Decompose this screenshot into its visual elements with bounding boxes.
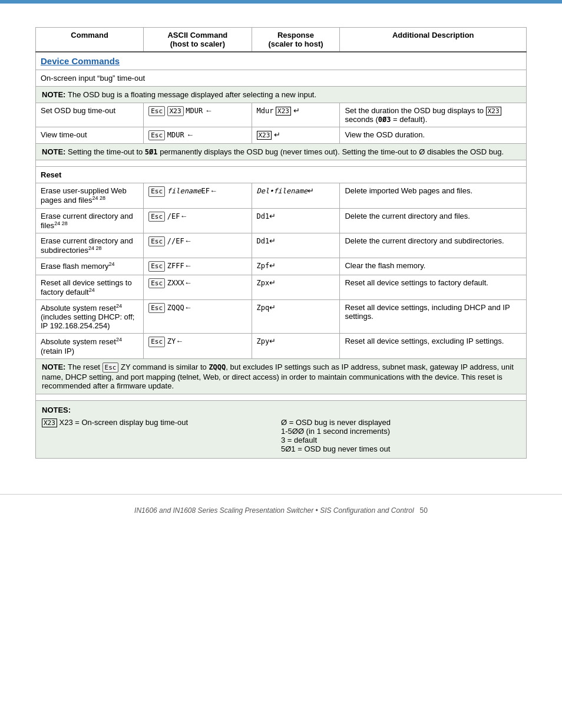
zpq-resp: Zpq xyxy=(257,304,270,312)
return-flash: ↵ xyxy=(269,261,276,270)
note1-row: NOTE: The OSD bug is a floating message … xyxy=(36,87,527,103)
subsection-title-cell: On-screen input “bug” time-out xyxy=(36,70,527,87)
esc-key-4: Esc xyxy=(148,212,165,222)
resp-erase-dir: Dd1↵ xyxy=(252,208,340,233)
section-title-row: Device Commands xyxy=(36,52,527,70)
x23-desc: X23 xyxy=(486,107,501,116)
esc-key-8: Esc xyxy=(148,303,165,313)
return-erase: ↵ xyxy=(308,186,314,195)
desc-erase-dir: Delete the current directory and files. xyxy=(340,208,527,233)
dd1-resp-2: Dd1 xyxy=(257,237,270,245)
subsection-title: On-screen input “bug” time-out xyxy=(41,74,145,83)
header-response: Response (scaler to host) xyxy=(252,28,340,52)
note1-text: The OSD bug is a floating message displa… xyxy=(68,90,316,99)
esc-inline: Esc xyxy=(103,363,119,373)
superscript: 24 28 xyxy=(92,195,105,201)
table-header-row: Command ASCII Command (host to scaler) R… xyxy=(36,28,527,52)
note1-label: NOTE: xyxy=(42,90,68,99)
zxxx-text: ZXXX xyxy=(167,279,184,287)
zpx-resp: Zpx xyxy=(257,279,270,287)
desc-erase-subdir: Delete the current directory and subdire… xyxy=(340,233,527,258)
cmd-abs-reset: Absolute system reset24 (includes settin… xyxy=(36,300,144,334)
table-row: Absolute system reset24 (includes settin… xyxy=(36,300,527,334)
desc-abs-reset: Reset all device settings, including DHC… xyxy=(340,300,527,334)
ascii-abs-reset: Esc ZQQQ← xyxy=(144,300,252,334)
notes-line1: X23 = On-screen display bug time-out xyxy=(59,418,189,427)
cmd-view-timeout: View time-out xyxy=(36,127,144,144)
esc-key-2: Esc xyxy=(148,130,165,140)
note2-cell: NOTE: Setting the time-out to 5Ø1 perman… xyxy=(36,144,527,160)
desc-view-timeout: View the OSD duration. xyxy=(340,127,527,144)
x23-view-resp: X23 xyxy=(257,131,272,140)
notes-section-cell: NOTES: X23 X23 = On-screen display bug t… xyxy=(36,401,527,459)
page-number: 50 xyxy=(420,506,428,515)
arrow-flash: ← xyxy=(184,261,192,270)
resp-abs-reset: Zpq↵ xyxy=(252,300,340,334)
superscript-4: 24 xyxy=(109,261,115,267)
x23-notes: X23 xyxy=(42,419,57,427)
note3-row: NOTE: The reset Esc ZY command is simila… xyxy=(36,358,527,394)
del-filename-resp: Del•filename xyxy=(257,187,308,195)
arrow-erase: ← xyxy=(210,186,217,195)
header-description: Additional Description xyxy=(340,28,527,52)
ef-subdir: //EF xyxy=(167,237,184,245)
notes-title: NOTES: xyxy=(42,406,520,414)
esc-key-6: Esc xyxy=(148,261,165,271)
table-row: Set OSD bug time-out Esc X23 MDUR ← Mdur… xyxy=(36,103,527,127)
cmd-erase-subdir: Erase current directory and subdirectori… xyxy=(36,233,144,258)
esc-key: Esc xyxy=(148,106,165,116)
arrow-abs: ← xyxy=(184,303,192,312)
note3-text: The reset Esc ZY command is similar to Z… xyxy=(42,363,514,390)
ef-text: EF xyxy=(201,187,210,195)
resp-erase-user: Del•filename↵ xyxy=(252,183,340,208)
notes-right-1: Ø = OSD bug is never displayed xyxy=(281,418,520,427)
notes-right-4: 5Ø1 = OSD bug never times out xyxy=(281,444,520,453)
zpy-resp: Zpy xyxy=(257,337,270,345)
left-arrow-set-osd: ← xyxy=(205,106,213,115)
note2-label: NOTE: xyxy=(42,147,68,156)
spacer-row xyxy=(36,160,527,167)
esc-key-7: Esc xyxy=(148,278,165,288)
x23-key-ascii: X23 xyxy=(167,106,184,116)
cmd-erase-user: Erase user-supplied Web pages and files2… xyxy=(36,183,144,208)
return-factory: ↵ xyxy=(269,278,276,287)
return-view: ↵ xyxy=(274,130,280,139)
desc-reset-factory: Reset all device settings to factory def… xyxy=(340,275,527,299)
header-ascii: ASCII Command (host to scaler) xyxy=(144,28,252,52)
return-abs: ↵ xyxy=(269,303,276,312)
footer-text: IN1606 and IN1608 Series Scaling Present… xyxy=(134,506,414,515)
table-row: View time-out Esc MDUR ← X23 ↵ View the … xyxy=(36,127,527,144)
ascii-reset-factory: Esc ZXXX← xyxy=(144,275,252,299)
desc-erase-user: Delete imported Web pages and files. xyxy=(340,183,527,208)
arrow-view: ← xyxy=(186,130,194,139)
zy-text: ZY xyxy=(167,337,176,345)
cmd-erase-dir: Erase current directory and files24 28 xyxy=(36,208,144,233)
notes-right-3: 3 = default xyxy=(281,436,520,444)
esc-key-5: Esc xyxy=(148,236,165,246)
superscript-3: 24 28 xyxy=(88,245,102,251)
subsection-title-row: On-screen input “bug” time-out xyxy=(36,70,527,87)
resp-reset-factory: Zpx↵ xyxy=(252,275,340,299)
ascii-erase-subdir: Esc //EF← xyxy=(144,233,252,258)
notes-left: X23 X23 = On-screen display bug time-out xyxy=(42,418,281,453)
spacer-row-2 xyxy=(36,394,527,401)
notes-right-2: 1-5ØØ (in 1 second increments) xyxy=(281,427,520,436)
mdur-view: MDUR xyxy=(167,131,184,139)
note3-cell: NOTE: The reset Esc ZY command is simila… xyxy=(36,358,527,394)
arrow-abs-ip: ← xyxy=(176,337,183,345)
header-command: Command xyxy=(36,28,144,52)
commands-table: Command ASCII Command (host to scaler) R… xyxy=(35,27,527,459)
esc-key-9: Esc xyxy=(148,337,165,347)
device-commands-title: Device Commands xyxy=(41,56,120,66)
resp-erase-flash: Zpf↵ xyxy=(252,258,340,275)
mdur-text: MDUR xyxy=(186,107,203,115)
reset-header-cell: Reset xyxy=(36,167,527,183)
desc-abs-reset-ip: Reset all device settings, excluding IP … xyxy=(340,334,527,358)
default-val: 0Ø3 xyxy=(378,116,391,124)
filename-italic: filename xyxy=(167,187,201,195)
x23-resp: X23 xyxy=(276,107,291,116)
note2-row: NOTE: Setting the time-out to 5Ø1 perman… xyxy=(36,144,527,160)
resp-set-osd: Mdur X23 ↵ xyxy=(252,103,340,127)
zpf-resp: Zpf xyxy=(257,262,270,270)
table-row: Reset all device settings to factory def… xyxy=(36,275,527,299)
